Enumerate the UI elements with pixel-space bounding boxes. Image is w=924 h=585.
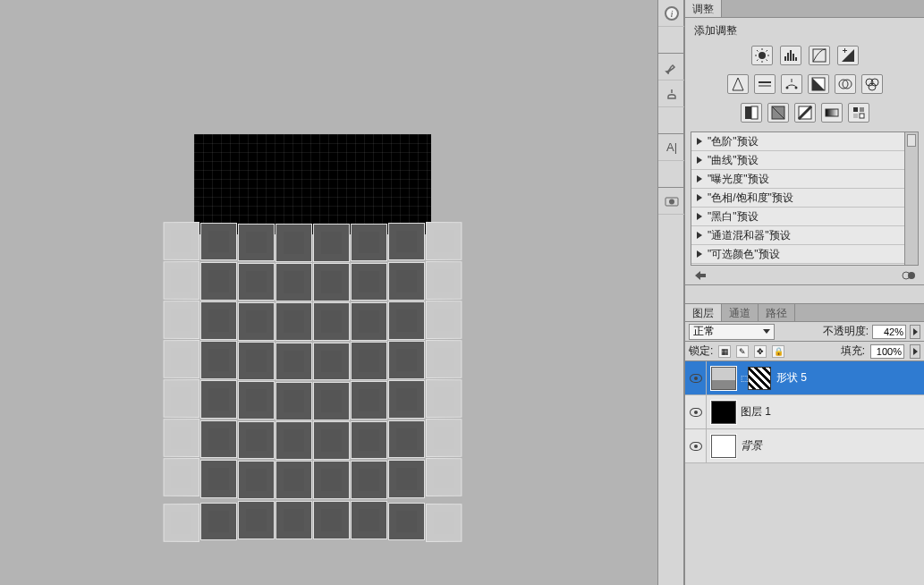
- warp-cell[interactable]: [200, 301, 237, 340]
- selective-color-icon[interactable]: [848, 103, 869, 123]
- warp-cell[interactable]: [238, 302, 275, 341]
- warp-cell[interactable]: [351, 224, 387, 262]
- vibrance-icon[interactable]: [727, 74, 749, 94]
- warp-cell[interactable]: [200, 262, 237, 301]
- warp-cell[interactable]: [164, 301, 199, 339]
- warp-cell[interactable]: [164, 504, 199, 542]
- preset-scrollbar[interactable]: [904, 132, 918, 265]
- visibility-toggle[interactable]: [685, 361, 707, 394]
- camera-panel-icon[interactable]: [658, 188, 685, 215]
- warp-cell[interactable]: [313, 501, 350, 539]
- warp-cell[interactable]: [313, 263, 350, 301]
- preset-row[interactable]: "黑白"预设: [691, 208, 918, 226]
- black-white-icon[interactable]: [808, 74, 829, 94]
- info-panel-icon[interactable]: i: [658, 0, 685, 27]
- warp-cell[interactable]: [164, 340, 199, 378]
- color-balance-icon[interactable]: [781, 74, 802, 94]
- fill-input[interactable]: 100%: [870, 344, 904, 359]
- fill-stepper[interactable]: [910, 344, 920, 359]
- warp-cell[interactable]: [313, 382, 350, 420]
- preset-list[interactable]: "色阶"预设"曲线"预设"曝光度"预设"色相/饱和度"预设"黑白"预设"通道混和…: [691, 131, 919, 266]
- warp-cell[interactable]: [388, 262, 425, 301]
- warp-cell[interactable]: [276, 224, 312, 262]
- warp-cell[interactable]: [351, 302, 387, 341]
- brightness-contrast-icon[interactable]: [751, 46, 773, 65]
- layer-thumb[interactable]: [710, 434, 737, 459]
- photo-filter-icon[interactable]: [835, 74, 856, 94]
- lock-transparent-icon[interactable]: ▦: [718, 345, 731, 358]
- warp-cell[interactable]: [238, 224, 275, 262]
- preset-row[interactable]: "曝光度"预设: [691, 170, 918, 189]
- warp-cell[interactable]: [164, 222, 199, 260]
- warp-cell[interactable]: [426, 458, 462, 496]
- levels-icon[interactable]: [780, 46, 801, 65]
- warp-cell[interactable]: [313, 343, 350, 381]
- warp-cell[interactable]: [164, 458, 199, 496]
- warp-cell[interactable]: [276, 382, 312, 420]
- warp-cell[interactable]: [238, 501, 275, 539]
- warp-cell[interactable]: [313, 421, 350, 460]
- opacity-input[interactable]: 42%: [872, 325, 906, 339]
- channel-mixer-icon[interactable]: [861, 74, 883, 94]
- threshold-icon[interactable]: [794, 103, 816, 123]
- warp-cell[interactable]: [200, 460, 237, 498]
- warp-cell[interactable]: [164, 379, 199, 418]
- warp-cell[interactable]: [276, 343, 312, 381]
- warp-cell[interactable]: [164, 261, 199, 300]
- warp-cell[interactable]: [313, 302, 350, 341]
- warp-cell[interactable]: [238, 342, 275, 380]
- canvas-area[interactable]: [0, 0, 656, 585]
- tab-channels[interactable]: 通道: [722, 304, 759, 321]
- warp-cell[interactable]: [351, 461, 387, 499]
- warp-cell[interactable]: [238, 461, 275, 499]
- warp-grid[interactable]: [163, 224, 463, 537]
- layer-row-shape5[interactable]: ⬚ 形状 5: [685, 361, 924, 395]
- warp-cell[interactable]: [426, 301, 462, 339]
- visibility-toggle[interactable]: [685, 395, 707, 428]
- opacity-stepper[interactable]: [910, 325, 920, 339]
- vector-mask-thumb[interactable]: [748, 367, 771, 390]
- warp-cell[interactable]: [388, 503, 425, 541]
- warp-cell[interactable]: [388, 301, 425, 340]
- blend-mode-dropdown[interactable]: 正常: [689, 324, 775, 340]
- clone-source-panel-icon[interactable]: [658, 81, 685, 107]
- warp-cell[interactable]: [351, 381, 387, 420]
- tab-layers[interactable]: 图层: [685, 304, 722, 321]
- warp-cell[interactable]: [351, 501, 387, 539]
- preset-row[interactable]: "通道混和器"预设: [691, 226, 918, 245]
- layer-thumb[interactable]: [710, 400, 737, 425]
- warp-cell[interactable]: [313, 224, 350, 262]
- preset-row[interactable]: "色阶"预设: [691, 132, 918, 151]
- warp-cell[interactable]: [238, 421, 275, 460]
- lock-pixels-icon[interactable]: ✎: [736, 345, 749, 358]
- warp-cell[interactable]: [276, 501, 312, 539]
- warp-cell[interactable]: [238, 263, 275, 301]
- link-icon[interactable]: ⬚: [741, 374, 748, 383]
- brush-panel-icon[interactable]: [658, 54, 685, 81]
- warp-cell[interactable]: [426, 222, 462, 260]
- invert-icon[interactable]: [741, 103, 762, 123]
- warp-cell[interactable]: [426, 419, 462, 457]
- warp-cell[interactable]: [238, 381, 275, 420]
- curves-icon[interactable]: [809, 46, 830, 65]
- warp-cell[interactable]: [200, 223, 237, 261]
- warp-cell[interactable]: [276, 302, 312, 341]
- layer-thumb[interactable]: [710, 366, 737, 391]
- warp-cell[interactable]: [388, 223, 425, 261]
- layer-row-layer1[interactable]: 图层 1: [685, 395, 924, 429]
- warp-cell[interactable]: [276, 421, 312, 460]
- warp-cell[interactable]: [200, 420, 237, 459]
- exposure-icon[interactable]: [837, 46, 859, 65]
- warp-cell[interactable]: [313, 461, 350, 499]
- warp-cell[interactable]: [388, 380, 425, 419]
- warp-cell[interactable]: [200, 341, 237, 379]
- warp-cell[interactable]: [426, 261, 462, 300]
- preset-row[interactable]: "色相/饱和度"预设: [691, 189, 918, 208]
- warp-cell[interactable]: [200, 503, 237, 541]
- warp-cell[interactable]: [276, 263, 312, 301]
- layer-row-background[interactable]: 背景: [685, 429, 924, 463]
- warp-cell[interactable]: [426, 379, 462, 418]
- preset-row[interactable]: "曲线"预设: [691, 151, 918, 170]
- warp-cell[interactable]: [164, 419, 199, 457]
- warp-cell[interactable]: [351, 263, 387, 301]
